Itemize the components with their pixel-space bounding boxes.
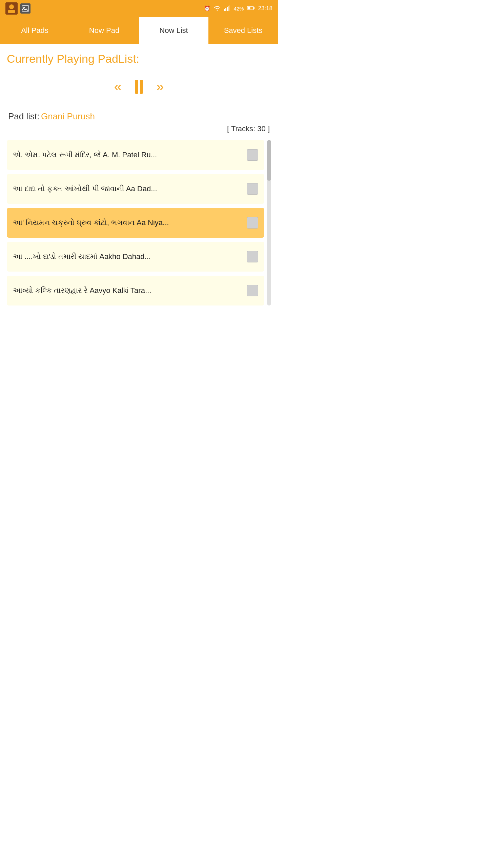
main-content: Currently Playing PadList: « » Pad list:… bbox=[0, 44, 278, 312]
track-item[interactable]: આ દાદા તો ફક્ત આંખોથી પી જાવાની Aa Dad..… bbox=[7, 174, 264, 204]
app-avatar bbox=[5, 2, 18, 15]
media-controls: « » bbox=[7, 76, 271, 98]
tracks-info: [ Tracks: 30 ] bbox=[7, 124, 271, 133]
prev-button[interactable]: « bbox=[114, 79, 122, 94]
track-list-container: એ. એમ. પટેલ રૂપી મંદિર, જે A. M. Patel R… bbox=[7, 140, 271, 305]
scrollbar-track[interactable] bbox=[267, 140, 271, 305]
svg-rect-8 bbox=[228, 6, 229, 11]
image-icon bbox=[20, 3, 30, 14]
status-bar: ⏰ 42% 23:18 bbox=[0, 0, 278, 17]
tab-all-pads[interactable]: All Pads bbox=[0, 17, 69, 44]
svg-rect-12 bbox=[253, 7, 255, 9]
battery-label: 42% bbox=[233, 6, 244, 12]
tab-bar: All Pads Now Pad Now List Saved Lists bbox=[0, 17, 278, 44]
wifi-icon bbox=[214, 5, 221, 12]
svg-rect-7 bbox=[227, 7, 228, 11]
battery-icon bbox=[247, 6, 255, 12]
track-checkbox[interactable] bbox=[247, 149, 258, 161]
track-text: એ. એમ. પટેલ રૂપી મંદિર, જે A. M. Patel R… bbox=[13, 150, 243, 160]
svg-rect-5 bbox=[224, 9, 225, 11]
track-text: આ ....ખો દા'ડો તમારી યાદમાં Aakho Dahad.… bbox=[13, 252, 243, 262]
svg-rect-2 bbox=[8, 10, 15, 13]
pause-button[interactable] bbox=[135, 80, 143, 94]
pause-bar-left bbox=[135, 80, 138, 94]
svg-rect-9 bbox=[229, 5, 230, 11]
svg-point-1 bbox=[9, 4, 14, 9]
padlist-label: Pad list: bbox=[8, 111, 40, 121]
track-list: એ. એમ. પટેલ રૂપી મંદિર, જે A. M. Patel R… bbox=[7, 140, 271, 305]
padlist-info: Pad list: Gnani Purush bbox=[7, 111, 271, 122]
tab-saved-lists[interactable]: Saved Lists bbox=[208, 17, 278, 44]
track-text: આ દાદા તો ફક્ત આંખોથી પી જાવાની Aa Dad..… bbox=[13, 184, 243, 194]
status-bar-right: ⏰ 42% 23:18 bbox=[204, 5, 272, 12]
pause-bar-right bbox=[140, 80, 143, 94]
padlist-name: Gnani Purush bbox=[41, 111, 95, 121]
track-checkbox[interactable] bbox=[247, 217, 258, 229]
signal-icon bbox=[224, 5, 230, 12]
svg-rect-11 bbox=[248, 7, 250, 9]
track-text: આ' નિયમન ચક્રનો ધ્રુવ કાંટો, ભગવાન Aa Ni… bbox=[13, 218, 243, 228]
status-bar-left bbox=[5, 2, 30, 15]
tab-now-list[interactable]: Now List bbox=[139, 17, 208, 44]
track-item[interactable]: આ ....ખો દા'ડો તમારી યાદમાં Aakho Dahad.… bbox=[7, 242, 264, 272]
svg-rect-6 bbox=[225, 8, 226, 11]
track-item[interactable]: આવ્યો કલ્કિ તારણહાર રે Aavyo Kalki Tara.… bbox=[7, 276, 264, 305]
time-display: 23:18 bbox=[258, 5, 272, 12]
tab-now-pad[interactable]: Now Pad bbox=[69, 17, 139, 44]
section-title: Currently Playing PadList: bbox=[7, 52, 271, 65]
track-checkbox[interactable] bbox=[247, 183, 258, 195]
track-text: આવ્યો કલ્કિ તારણહાર રે Aavyo Kalki Tara.… bbox=[13, 285, 243, 296]
track-item[interactable]: આ' નિયમન ચક્રનો ધ્રુવ કાંટો, ભગવાન Aa Ni… bbox=[7, 208, 264, 238]
svg-point-4 bbox=[23, 7, 25, 8]
track-checkbox[interactable] bbox=[247, 285, 258, 296]
alarm-icon: ⏰ bbox=[204, 5, 210, 12]
track-item[interactable]: એ. એમ. પટેલ રૂપી મંદિર, જે A. M. Patel R… bbox=[7, 140, 264, 170]
scrollbar-thumb[interactable] bbox=[267, 140, 271, 181]
next-button[interactable]: » bbox=[156, 79, 164, 94]
track-checkbox[interactable] bbox=[247, 251, 258, 262]
